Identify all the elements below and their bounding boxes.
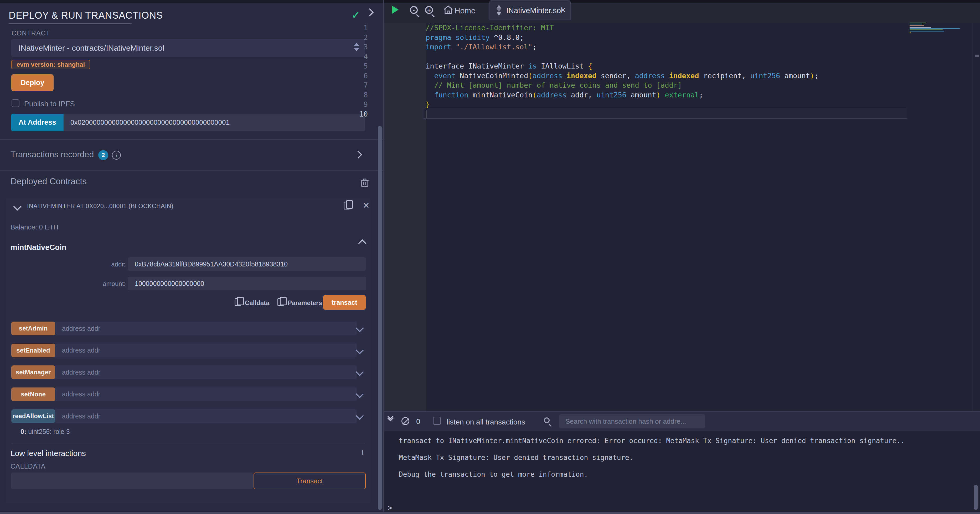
function-expand-icon[interactable] [357, 325, 363, 331]
terminal-collapse-icon[interactable] [388, 417, 393, 420]
minimap-line [910, 32, 911, 33]
code-line-8: function mintNativeCoin(address addr, ui… [426, 91, 703, 99]
minimap-line [910, 22, 926, 23]
terminal-log-line: Debug the transaction to get more inform… [399, 470, 588, 478]
separator [0, 170, 383, 171]
code-line-6: event NativeCoinMinted(address indexed s… [426, 72, 819, 80]
calldata-input[interactable] [11, 473, 253, 489]
editor-region: - + Home INativeMinter.sol ✕ 12345678910… [384, 0, 980, 411]
instance-close-icon[interactable]: ✕ [363, 201, 370, 211]
transactions-expand-icon[interactable] [355, 152, 361, 157]
overview-ruler-mark [975, 55, 979, 57]
at-address-button[interactable]: At Address [11, 114, 64, 131]
terminal-scrollbar[interactable] [974, 485, 978, 510]
low-level-transact-button[interactable]: Transact [253, 473, 366, 489]
parameters-action[interactable]: Parameters [288, 299, 322, 307]
call-result: 0: uint256: role 3 [21, 428, 70, 436]
function-input-setAdmin[interactable] [55, 322, 357, 335]
low-level-title: Low level interactions [11, 449, 86, 458]
minimap-line [910, 29, 943, 30]
terminal-toolbar: 0 listen on all transactions [384, 412, 980, 431]
instance-title: INATIVEMINTER AT 0X020...00001 (BLOCKCHA… [27, 203, 173, 210]
amount-field-input[interactable] [128, 277, 366, 290]
function-input-setNone[interactable] [55, 387, 357, 401]
copy-calldata-icon[interactable] [235, 298, 241, 306]
solidity-icon [495, 5, 503, 16]
function-expand-icon[interactable] [357, 347, 363, 353]
zoom-out-icon[interactable]: - [410, 6, 418, 14]
function-button-readAllowList[interactable]: readAllowList [11, 409, 55, 423]
function-expand-icon[interactable] [357, 391, 363, 397]
tab-home[interactable]: Home [455, 6, 476, 15]
copy-icon[interactable] [344, 201, 350, 209]
calldata-label: CALLDATA [11, 463, 46, 470]
trash-icon[interactable] [361, 178, 369, 187]
contract-select-value: INativeMinter - contracts/INativeMinter.… [18, 39, 164, 57]
publish-ipfs-checkbox[interactable] [11, 99, 19, 107]
tab-file[interactable]: INativeMinter.sol ✕ [489, 0, 571, 20]
function-input-setEnabled[interactable] [55, 344, 357, 357]
addr-field-input[interactable] [128, 257, 366, 271]
line-number: 6 [344, 72, 368, 80]
evm-version-badge: evm version: shanghai [11, 60, 90, 69]
terminal-search-input[interactable] [559, 414, 705, 428]
function-input-readAllowList[interactable] [55, 409, 357, 423]
function-row: setNone [11, 387, 357, 401]
minimap-line [910, 29, 960, 29]
home-icon[interactable] [444, 5, 453, 14]
transact-button[interactable]: transact [323, 295, 366, 310]
deploy-run-panel: DEPLOY & RUN TRANSACTIONS ✓ CONTRACT INa… [0, 0, 383, 514]
instance-collapse-icon[interactable] [14, 204, 20, 209]
deploy-button[interactable]: Deploy [11, 74, 54, 91]
separator [0, 140, 383, 140]
panel-collapse-arrow-icon[interactable] [367, 10, 372, 15]
deployed-contracts-label: Deployed Contracts [11, 176, 87, 186]
publish-ipfs-label: Publish to IPFS [24, 100, 75, 108]
function-row: setManager [11, 365, 357, 379]
current-line-highlight [423, 109, 907, 119]
contract-select[interactable]: INativeMinter - contracts/INativeMinter.… [11, 39, 365, 57]
function-name: mintNativeCoin [11, 243, 67, 252]
minimap-line [910, 27, 931, 28]
code-line-1: //SPDX-License-Identifier: MIT [426, 24, 554, 32]
zoom-in-icon[interactable]: + [425, 6, 433, 14]
tab-close-icon[interactable]: ✕ [560, 6, 566, 14]
copy-parameters-icon[interactable] [277, 298, 284, 306]
function-button-setAdmin[interactable]: setAdmin [11, 322, 55, 335]
panel-scrollbar[interactable] [378, 126, 382, 510]
function-input-setManager[interactable] [55, 365, 357, 379]
minimap[interactable] [910, 22, 973, 38]
amount-field-label: amount: [79, 280, 126, 287]
search-icon [544, 417, 550, 423]
line-number: 8 [344, 91, 368, 99]
run-script-icon[interactable] [392, 6, 399, 14]
listen-all-checkbox[interactable] [433, 417, 441, 425]
at-address-input[interactable] [64, 114, 365, 131]
balance-label: Balance: 0 ETH [11, 223, 58, 231]
line-number: 2 [344, 33, 368, 41]
function-expand-icon[interactable] [357, 413, 363, 419]
editor-top-strip [384, 0, 980, 3]
info-icon[interactable]: i [112, 151, 121, 160]
function-collapse-icon[interactable] [360, 240, 365, 246]
tab-file-label: INativeMinter.sol [506, 6, 563, 15]
transactions-recorded-label: Transactions recorded [11, 150, 94, 159]
terminal-prompt[interactable]: > [388, 503, 392, 512]
function-row: setAdmin [11, 322, 357, 335]
function-button-setNone[interactable]: setNone [11, 387, 55, 401]
panel-top-strip [0, 0, 383, 3]
code-line-3: import "./IAllowList.sol"; [426, 43, 537, 51]
info-icon[interactable]: i [361, 448, 364, 457]
calldata-action[interactable]: Calldata [245, 299, 269, 307]
terminal-log-line: transact to INativeMinter.mintNativeCoin… [399, 437, 905, 445]
listen-all-label: listen on all transactions [447, 418, 525, 426]
function-expand-icon[interactable] [357, 369, 363, 375]
clear-console-icon[interactable] [401, 417, 409, 425]
line-number: 4 [344, 52, 368, 61]
terminal: 0 listen on all transactions transact to… [384, 411, 980, 512]
function-button-setEnabled[interactable]: setEnabled [11, 344, 55, 357]
text-cursor [426, 110, 426, 118]
line-number: 1 [344, 24, 368, 32]
line-number: 3 [344, 43, 368, 51]
function-button-setManager[interactable]: setManager [11, 365, 55, 379]
